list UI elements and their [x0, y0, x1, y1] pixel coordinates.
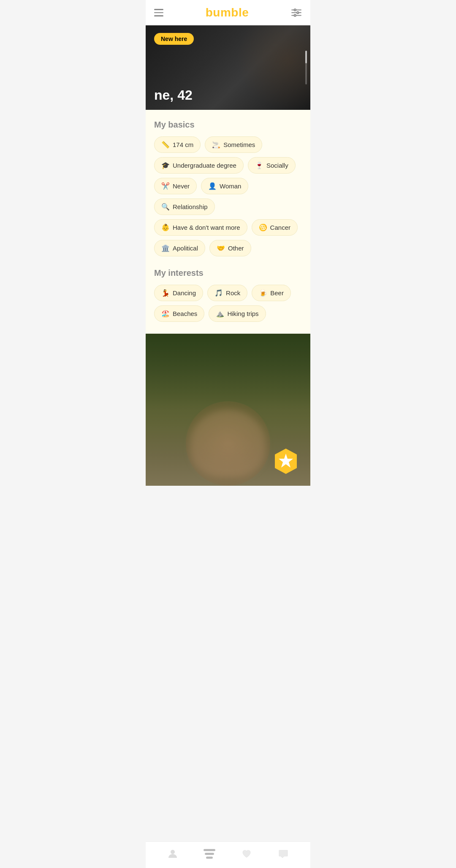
drugs-icon: ✂️ [161, 183, 170, 190]
basics-section: My basics 📏 174 cm 🚬 Sometimes 🎓 Undergr… [154, 120, 302, 256]
tag-drinking: 🍷 Socially [248, 157, 296, 174]
tag-kids-label: Have & don't want more [173, 224, 240, 231]
profile-nav-icon [167, 848, 179, 860]
tag-beaches-label: Beaches [173, 310, 197, 317]
tag-drinking-label: Socially [266, 162, 288, 169]
nav-item-messages[interactable] [277, 848, 289, 860]
basics-row-4: 👶 Have & don't want more ♋ Cancer [154, 219, 302, 236]
tag-smoking-label: Sometimes [223, 141, 255, 148]
tag-religion: 🤝 Other [209, 240, 251, 256]
stack-nav-icon [204, 848, 215, 860]
tag-intent: 🔍 Relationship [154, 199, 215, 215]
nav-item-profile[interactable] [167, 848, 179, 860]
second-photo-card [146, 334, 310, 486]
gender-icon: 👤 [208, 183, 217, 190]
profile-name: ne, 42 [154, 87, 193, 103]
height-icon: 📏 [161, 141, 170, 148]
chat-nav-icon [277, 848, 289, 860]
interests-row-2: 🏖️ Beaches ⛰️ Hiking trips [154, 305, 302, 322]
basics-row-3: ✂️ Never 👤 Woman 🔍 Relationship [154, 178, 302, 215]
tag-politics: 🏛️ Apolitical [154, 240, 205, 256]
section-spacer [154, 256, 302, 268]
profile-photo-card: New here ne, 42 [146, 25, 310, 110]
tag-beer: 🍺 Beer [252, 285, 291, 301]
tag-zodiac-label: Cancer [270, 224, 290, 231]
tag-kids: 👶 Have & don't want more [154, 219, 247, 236]
politics-icon: 🏛️ [161, 245, 170, 252]
intent-icon: 🔍 [161, 204, 170, 210]
basics-tags: 📏 174 cm 🚬 Sometimes 🎓 Undergraduate deg… [154, 136, 302, 256]
bottom-navigation [146, 841, 310, 868]
basics-row-5: 🏛️ Apolitical 🤝 Other [154, 240, 302, 256]
tag-beer-label: Beer [270, 289, 284, 297]
tag-beaches: 🏖️ Beaches [154, 305, 204, 322]
heart-nav-icon [241, 848, 252, 860]
face-blur [190, 410, 266, 477]
nav-item-likes[interactable] [241, 848, 252, 860]
tag-politics-label: Apolitical [173, 245, 198, 252]
tag-hiking-label: Hiking trips [227, 310, 258, 317]
tag-intent-label: Relationship [173, 203, 208, 210]
app-logo: bumble [206, 6, 249, 19]
tag-gender: 👤 Woman [201, 178, 248, 194]
interests-row-1: 💃 Dancing 🎵 Rock 🍺 Beer [154, 285, 302, 301]
tag-drugs-label: Never [173, 182, 190, 190]
tag-smoking: 🚬 Sometimes [205, 136, 262, 153]
tag-gender-label: Woman [220, 182, 241, 190]
new-here-badge: New here [154, 33, 194, 45]
tag-rock: 🎵 Rock [207, 285, 247, 301]
tag-dancing-label: Dancing [173, 289, 196, 297]
interests-title: My interests [154, 268, 302, 278]
dancing-icon: 💃 [161, 290, 170, 297]
tag-hiking: ⛰️ Hiking trips [209, 305, 266, 322]
kids-icon: 👶 [161, 224, 170, 231]
tag-drugs: ✂️ Never [154, 178, 197, 194]
bottom-spacer [146, 486, 310, 520]
nav-item-matches[interactable] [204, 848, 215, 860]
menu-button[interactable] [154, 9, 163, 16]
tag-education-label: Undergraduate degree [173, 162, 236, 169]
tag-education: 🎓 Undergraduate degree [154, 157, 244, 174]
filter-button[interactable] [291, 7, 302, 18]
tag-height-label: 174 cm [173, 141, 193, 148]
info-card: My basics 📏 174 cm 🚬 Sometimes 🎓 Undergr… [146, 110, 310, 334]
interests-tags: 💃 Dancing 🎵 Rock 🍺 Beer 🏖️ Beaches [154, 285, 302, 322]
basics-title: My basics [154, 120, 302, 130]
drinking-icon: 🍷 [255, 162, 263, 169]
tag-height: 📏 174 cm [154, 136, 201, 153]
education-icon: 🎓 [161, 162, 170, 169]
tag-dancing: 💃 Dancing [154, 285, 203, 301]
scroll-indicator [305, 51, 307, 84]
religion-icon: 🤝 [217, 245, 225, 252]
basics-row-2: 🎓 Undergraduate degree 🍷 Socially [154, 157, 302, 174]
superswipe-button[interactable] [271, 447, 300, 476]
app-header: bumble [146, 0, 310, 25]
tag-zodiac: ♋ Cancer [252, 219, 298, 236]
beaches-icon: 🏖️ [161, 310, 170, 317]
svg-point-11 [171, 850, 175, 854]
interests-section: My interests 💃 Dancing 🎵 Rock 🍺 Beer [154, 268, 302, 322]
zodiac-icon: ♋ [259, 224, 267, 231]
rock-icon: 🎵 [214, 290, 223, 297]
tag-religion-label: Other [228, 245, 244, 252]
tag-rock-label: Rock [226, 289, 240, 297]
basics-row-1: 📏 174 cm 🚬 Sometimes [154, 136, 302, 153]
beer-icon: 🍺 [259, 290, 267, 297]
smoking-icon: 🚬 [212, 141, 220, 148]
hiking-icon: ⛰️ [216, 310, 224, 317]
